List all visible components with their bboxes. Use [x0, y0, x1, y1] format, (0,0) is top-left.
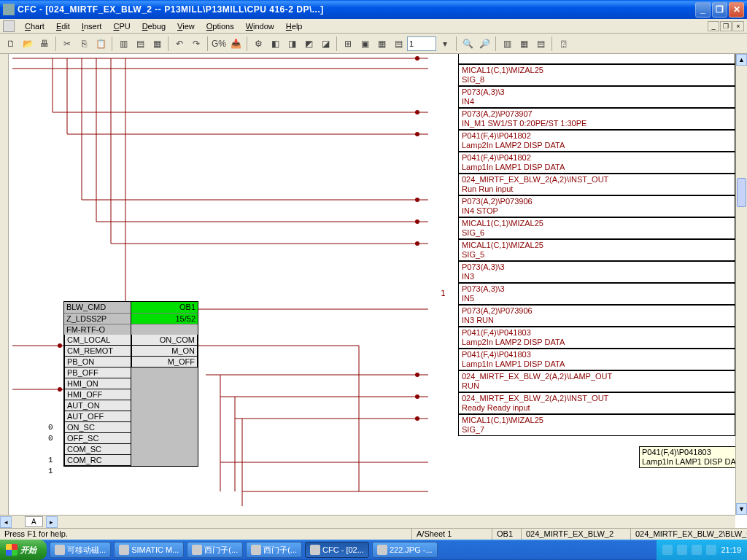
maximize-button[interactable]: ❐ [712, 2, 727, 18]
signal-row[interactable]: MICAL1(C,1)\MIZAL25SIG_7 [458, 414, 735, 436]
combo-down-icon[interactable]: ▾ [437, 36, 453, 52]
system-tray[interactable]: 21:19 [657, 540, 747, 560]
tray-icon[interactable] [662, 545, 673, 555]
sheet-icon[interactable]: ▦ [149, 36, 165, 52]
paste-icon[interactable]: 📋 [93, 36, 109, 52]
copy-icon[interactable]: ⎘ [76, 36, 92, 52]
port-out-on_com[interactable]: ON_COM [131, 335, 198, 346]
chart-ref-icon[interactable]: ▤ [132, 36, 148, 52]
tab-first-icon[interactable]: ◂ [0, 516, 12, 528]
tray-icon[interactable] [677, 545, 687, 555]
tool4-icon[interactable]: ◩ [301, 36, 317, 52]
undo-icon[interactable]: ↶ [171, 36, 187, 52]
port-in-pb_off[interactable]: PB_OFF [64, 368, 131, 378]
function-block[interactable]: BLW_CMD OB1 Z_LDSS2P 15/52 FM-RTF-O CM_L… [63, 301, 198, 467]
minimize-button[interactable]: _ [695, 2, 711, 18]
menu-chart[interactable]: Chart [19, 20, 50, 32]
tool2-icon[interactable]: ◧ [267, 36, 283, 52]
tool9-icon[interactable]: ▤ [390, 36, 406, 52]
taskbar-item[interactable]: 西门子(... [187, 542, 243, 558]
scroll-up-icon[interactable]: ▲ [736, 54, 747, 66]
mdi-close[interactable]: × [732, 21, 744, 31]
tool5-icon[interactable]: ◪ [317, 36, 333, 52]
signal-row[interactable]: P073(A,2)\P073906IN3 RUN [458, 305, 735, 327]
port-in-off_sc[interactable]: OFF_SC [64, 433, 131, 444]
signal-row[interactable]: IN_M2 SW2 [458, 54, 735, 64]
port-in-pb_on[interactable]: PB_ON [64, 357, 131, 368]
taskbar-item[interactable]: 西门子(... [246, 542, 302, 558]
menu-cpu[interactable]: CPU [107, 20, 136, 32]
menu-options[interactable]: Options [201, 20, 240, 32]
port-in-hmi_on[interactable]: HMI_ON [64, 378, 131, 389]
port-in-aut_on[interactable]: AUT_ON [64, 400, 131, 411]
port-out-m_off[interactable]: M_OFF [131, 357, 198, 368]
taskbar-item[interactable]: CFC - [02... [305, 542, 369, 558]
sheet-tab-a[interactable]: A [25, 516, 43, 527]
menu-insert[interactable]: Insert [76, 20, 108, 32]
zoomout-icon[interactable]: 🔍 [460, 36, 476, 52]
clock[interactable]: 21:19 [721, 545, 741, 554]
catalog-icon[interactable]: ▥ [115, 36, 131, 52]
taskbar-item[interactable]: 222.JPG -... [372, 542, 438, 558]
scroll-down-icon[interactable]: ▼ [736, 503, 747, 515]
port-in-com_sc[interactable]: COM_SC [64, 444, 131, 455]
tray-icon[interactable] [692, 545, 702, 555]
port-in-com_rc[interactable]: COM_RC [64, 455, 131, 466]
open-icon[interactable]: 📂 [20, 36, 36, 52]
download-icon[interactable]: 📥 [228, 36, 244, 52]
menu-view[interactable]: View [171, 20, 201, 32]
menu-window[interactable]: Window [240, 20, 280, 32]
tool8-icon[interactable]: ▦ [374, 36, 390, 52]
tab-next-icon[interactable]: ▸ [46, 516, 58, 528]
menu-edit[interactable]: Edit [50, 20, 76, 32]
port-in-cm_local[interactable]: CM_LOCAL [64, 335, 131, 346]
help-icon[interactable]: ⍰ [555, 36, 571, 52]
mdi-restore[interactable]: ❐ [720, 21, 732, 31]
signal-row[interactable]: MICAL1(C,1)\MIZAL25SIG_5 [458, 239, 735, 261]
cut-icon[interactable]: ✂ [59, 36, 75, 52]
close-button[interactable]: ✕ [729, 2, 744, 18]
signal-row[interactable]: P041(F,4)\P041803Lamp2In LAMP2 DISP DATA [458, 327, 735, 349]
menu-debug[interactable]: Debug [136, 20, 171, 32]
tool3-icon[interactable]: ◨ [284, 36, 300, 52]
port-in-aut_off[interactable]: AUT_OFF [64, 411, 131, 422]
compile-icon[interactable]: G% [211, 36, 227, 52]
port-in-cm_remot[interactable]: CM_REMOT [64, 346, 131, 357]
print-icon[interactable]: 🖶 [36, 36, 53, 52]
canvas[interactable]: BLW_CMD OB1 Z_LDSS2P 15/52 FM-RTF-O CM_L… [9, 54, 735, 515]
taskbar-item[interactable]: SIMATIC M... [114, 542, 184, 558]
signal-row[interactable]: P041(F,4)\P041802Lamp1In LAMP1 DISP DATA [458, 152, 735, 174]
taskbar-item[interactable]: 可移动磁... [50, 542, 111, 558]
tool7-icon[interactable]: ▣ [357, 36, 373, 52]
signal-row[interactable]: P073(A,2)\P073906IN4 STOP [458, 195, 735, 217]
port-in-hmi_off[interactable]: HMI_OFF [64, 389, 131, 400]
grid2-icon[interactable]: ▦ [516, 36, 532, 52]
scroll-thumb[interactable] [737, 178, 746, 207]
tool6-icon[interactable]: ⊞ [340, 36, 356, 52]
vertical-scrollbar[interactable]: ▲ ▼ [735, 54, 747, 515]
tray-icon[interactable] [706, 545, 716, 555]
zoomin-icon[interactable]: 🔎 [476, 36, 492, 52]
test-icon[interactable]: ⚙ [250, 36, 266, 52]
start-button[interactable]: 开始 [0, 540, 47, 560]
signal-row[interactable]: 024_MIRTF_EX_BLW_2(A,2)\INST_OUTReady Re… [458, 392, 735, 414]
menu-help[interactable]: Help [280, 20, 309, 32]
signal-row[interactable]: P073(A,3)\3IN3 [458, 261, 735, 283]
mdi-icon[interactable] [3, 20, 15, 32]
mdi-minimize[interactable]: _ [708, 21, 719, 31]
port-out-m_on[interactable]: M_ON [131, 346, 198, 357]
signal-row[interactable]: MICAL1(C,1)\MIZAL25SIG_8 [458, 64, 735, 86]
grid1-icon[interactable]: ▥ [499, 36, 515, 52]
signal-row[interactable]: MICAL1(C,1)\MIZAL25SIG_6 [458, 217, 735, 239]
zoom-combo[interactable] [407, 36, 436, 51]
redo-icon[interactable]: ↷ [188, 36, 204, 52]
signal-row[interactable]: 024_MIRTF_EX_BLW_2(A,2)\INST_OUTRun Run … [458, 174, 735, 195]
signal-row[interactable]: P073(A,2)\P073907IN_M1 SW1/ST 0:20PE/ST … [458, 108, 735, 130]
signal-row[interactable]: P073(A,3)\3IN5 [458, 283, 735, 305]
grid3-icon[interactable]: ▤ [533, 36, 549, 52]
signal-row[interactable]: 024_MIRTF_EX_BLW_2(A,2)\LAMP_OUTRUN [458, 370, 735, 392]
new-icon[interactable]: 🗋 [3, 36, 19, 52]
signal-row[interactable]: P041(F,4)\P041803Lamp1In LAMP1 DISP DATA [458, 349, 735, 370]
port-in-on_sc[interactable]: ON_SC [64, 422, 131, 433]
signal-row[interactable]: P041(F,4)\P041802Lamp2In LAMP2 DISP DATA [458, 130, 735, 152]
